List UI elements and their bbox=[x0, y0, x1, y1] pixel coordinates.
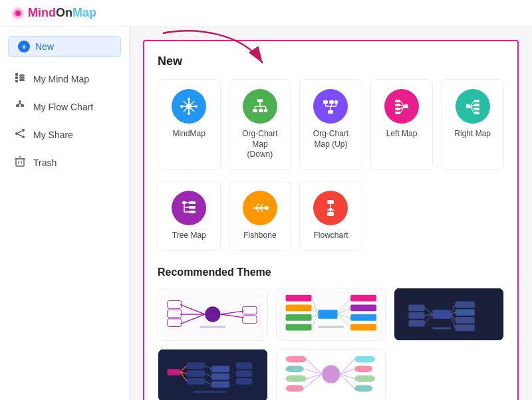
orgdown-label: Org-Chart Map(Down) bbox=[236, 129, 285, 160]
svg-rect-169 bbox=[354, 375, 375, 382]
svg-point-162 bbox=[322, 365, 340, 383]
svg-rect-69 bbox=[474, 108, 479, 110]
map-type-org-down[interactable]: Org-Chart Map(Down) bbox=[229, 79, 292, 170]
svg-rect-51 bbox=[334, 100, 338, 104]
map-grid-empty-1 bbox=[370, 181, 434, 251]
new-button[interactable]: + New bbox=[8, 36, 121, 57]
map-type-grid-row1: MindMap bbox=[158, 79, 504, 170]
svg-rect-164 bbox=[285, 366, 303, 373]
svg-rect-39 bbox=[257, 99, 263, 102]
svg-marker-90 bbox=[327, 207, 334, 211]
flowchart-label: Flowchart bbox=[313, 231, 348, 241]
theme-grid-empty bbox=[394, 349, 504, 400]
svg-rect-129 bbox=[456, 310, 475, 316]
svg-rect-41 bbox=[259, 109, 263, 112]
svg-rect-67 bbox=[474, 100, 479, 102]
svg-point-95 bbox=[205, 307, 220, 322]
sidebar-item-my-flow-chart[interactable]: My Flow Chart bbox=[0, 93, 129, 121]
svg-rect-8 bbox=[19, 79, 25, 81]
svg-rect-142 bbox=[433, 328, 451, 330]
new-button-label: New bbox=[35, 41, 54, 52]
theme-item-4[interactable] bbox=[158, 349, 268, 400]
svg-rect-78 bbox=[189, 211, 196, 213]
svg-rect-4 bbox=[15, 76, 18, 79]
svg-rect-89 bbox=[327, 200, 334, 204]
sidebar-item-my-mind-map[interactable]: My Mind Map bbox=[0, 65, 129, 93]
svg-rect-127 bbox=[433, 310, 451, 320]
svg-rect-61 bbox=[395, 112, 400, 114]
mindmap-icon-bg bbox=[172, 89, 206, 124]
orgup-icon-bg bbox=[313, 89, 348, 124]
app-header: MindOnMap bbox=[0, 0, 532, 27]
leftmap-icon-bg bbox=[384, 89, 419, 124]
svg-rect-170 bbox=[354, 385, 372, 392]
map-type-fishbone[interactable]: Fishbone bbox=[229, 181, 292, 251]
mind-map-icon bbox=[13, 72, 27, 86]
svg-rect-163 bbox=[285, 356, 306, 363]
svg-rect-5 bbox=[15, 80, 18, 82]
rightmap-icon-bg bbox=[456, 89, 490, 124]
svg-rect-112 bbox=[285, 324, 311, 331]
rightmap-label: Right Map bbox=[454, 129, 491, 140]
svg-rect-113 bbox=[350, 295, 376, 302]
sidebar-item-label: My Mind Map bbox=[33, 74, 89, 84]
svg-rect-125 bbox=[318, 326, 344, 328]
svg-point-17 bbox=[22, 136, 25, 138]
svg-rect-167 bbox=[354, 356, 375, 363]
theme-item-1[interactable] bbox=[158, 288, 268, 341]
svg-rect-40 bbox=[253, 109, 257, 112]
svg-rect-91 bbox=[327, 212, 334, 216]
map-type-mindmap[interactable]: MindMap bbox=[158, 79, 221, 170]
svg-rect-150 bbox=[211, 381, 229, 388]
map-type-org-up[interactable]: Org-Chart Map (Up) bbox=[299, 79, 362, 170]
svg-point-16 bbox=[15, 132, 18, 135]
svg-rect-168 bbox=[354, 366, 372, 373]
logo-icon bbox=[11, 6, 25, 21]
plus-icon: + bbox=[18, 41, 30, 52]
svg-rect-3 bbox=[15, 73, 18, 76]
svg-rect-149 bbox=[211, 373, 229, 380]
svg-rect-145 bbox=[187, 363, 205, 369]
main-content: New bbox=[143, 40, 519, 400]
svg-rect-68 bbox=[474, 104, 479, 106]
map-type-grid-row2: Tree Map bbox=[158, 181, 504, 251]
sidebar-item-label: Trash bbox=[33, 157, 57, 168]
trash-icon bbox=[13, 155, 27, 170]
mindmap-label: MindMap bbox=[173, 129, 205, 140]
orgup-label: Org-Chart Map (Up) bbox=[307, 129, 355, 150]
svg-rect-70 bbox=[474, 112, 479, 114]
svg-rect-57 bbox=[404, 104, 408, 108]
logo-text: MindOnMap bbox=[28, 6, 96, 20]
fishbone-label: Fishbone bbox=[243, 231, 276, 241]
svg-rect-134 bbox=[409, 320, 425, 327]
svg-point-37 bbox=[180, 105, 183, 108]
theme-item-3[interactable] bbox=[394, 288, 504, 341]
theme-item-5[interactable] bbox=[276, 349, 386, 400]
treemap-icon-bg bbox=[172, 191, 206, 225]
map-type-right-map[interactable]: Right Map bbox=[441, 79, 504, 170]
flow-chart-icon bbox=[13, 100, 27, 114]
sidebar-item-trash[interactable]: Trash bbox=[0, 149, 129, 177]
svg-rect-115 bbox=[350, 314, 376, 321]
svg-point-15 bbox=[22, 129, 25, 132]
svg-rect-11 bbox=[21, 104, 24, 107]
map-grid-empty-2 bbox=[441, 181, 504, 251]
map-type-flowchart[interactable]: Flowchart bbox=[299, 181, 362, 251]
recommended-theme-title: Recommended Theme bbox=[158, 266, 504, 278]
theme-grid-row2 bbox=[158, 349, 504, 400]
svg-rect-114 bbox=[350, 305, 376, 312]
sidebar-item-my-share[interactable]: My Share bbox=[0, 121, 129, 149]
map-type-tree-map[interactable]: Tree Map bbox=[158, 181, 221, 251]
svg-rect-7 bbox=[19, 77, 25, 79]
svg-rect-144 bbox=[168, 369, 181, 376]
map-type-left-map[interactable]: Left Map bbox=[370, 79, 434, 170]
theme-grid-row1 bbox=[158, 288, 504, 341]
svg-rect-111 bbox=[285, 314, 311, 321]
svg-rect-153 bbox=[236, 378, 252, 385]
svg-rect-49 bbox=[323, 100, 328, 104]
svg-rect-110 bbox=[285, 305, 311, 312]
theme-item-2[interactable] bbox=[276, 288, 386, 341]
svg-rect-146 bbox=[187, 371, 205, 377]
new-section-title: New bbox=[158, 54, 504, 68]
svg-point-88 bbox=[265, 206, 269, 210]
